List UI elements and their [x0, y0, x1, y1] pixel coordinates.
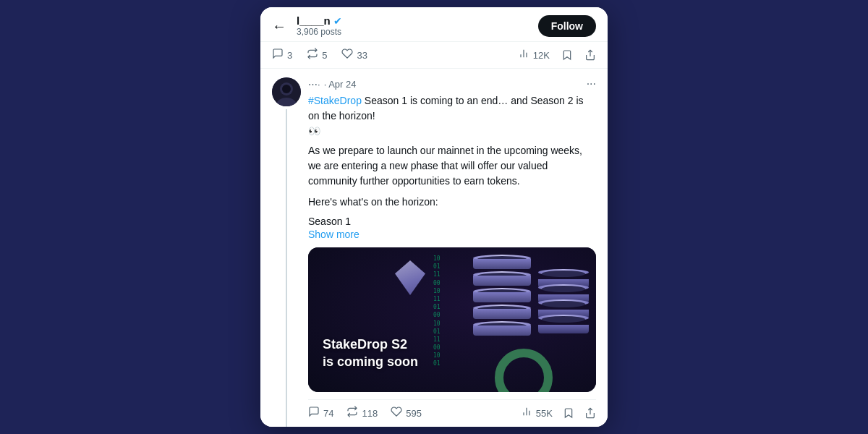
retweet-number-bottom: 118: [362, 408, 378, 419]
comment-icon-top: [272, 48, 284, 62]
like-number-top: 33: [357, 50, 367, 61]
header-info: l____n ✔ 3,906 posts: [297, 14, 538, 37]
retweet-count-top[interactable]: 5: [307, 48, 327, 62]
verified-icon: ✔: [333, 15, 342, 27]
tweet-image: 1001110010110100100111001001 StakeDrop S…: [308, 247, 596, 392]
tweet-content: ⋯· · Apr 24 ··· #StakeDrop Season 1 is c…: [308, 77, 596, 427]
views-number-bottom: 55K: [536, 408, 553, 419]
retweet-icon-bottom: [346, 406, 358, 420]
timeline-line: [286, 109, 287, 427]
share-top[interactable]: [584, 49, 596, 61]
avatar: [272, 77, 301, 106]
cy2-disk-2: [538, 284, 589, 299]
bottom-engagement-bar: 74 118 595: [308, 399, 596, 427]
tweet-date: · Apr 24: [324, 79, 357, 90]
chart-icon-bottom: [521, 406, 532, 420]
tweet-more-button[interactable]: ···: [587, 77, 596, 90]
comment-count-top[interactable]: 3: [272, 48, 292, 62]
hashtag[interactable]: #StakeDrop: [308, 95, 362, 106]
cy-disk-4: [473, 305, 531, 320]
header-name-row: l____n ✔: [297, 14, 538, 27]
retweet-count-bottom[interactable]: 118: [346, 406, 378, 420]
comment-count-bottom[interactable]: 74: [308, 406, 333, 420]
chart-icon-top: [518, 48, 529, 62]
like-icon-top: [341, 48, 353, 62]
cy-disk-2: [473, 271, 531, 287]
season-label: Season 1: [308, 216, 596, 227]
svg-point-7: [282, 85, 291, 93]
handle-dots: ⋯·: [308, 79, 320, 90]
show-more-link[interactable]: Show more: [308, 229, 596, 240]
image-text-line2: is coming soon: [323, 354, 418, 370]
bookmark-bottom[interactable]: [563, 407, 574, 419]
bookmark-top[interactable]: [561, 49, 573, 61]
cy-disk-1: [473, 255, 531, 271]
right-actions-bottom: 55K: [521, 406, 596, 420]
views-number-top: 12K: [533, 50, 550, 61]
shape-container: 1001110010110100100111001001: [308, 247, 596, 392]
avatar-column: [272, 77, 301, 427]
cy-disk-5: [473, 321, 531, 337]
like-count-bottom[interactable]: 595: [391, 406, 422, 420]
cy-disk-3: [473, 288, 531, 304]
follow-button[interactable]: Follow: [538, 15, 596, 37]
retweet-number-top: 5: [322, 50, 327, 61]
views-top[interactable]: 12K: [518, 48, 550, 62]
post-count: 3,906 posts: [297, 27, 538, 37]
comment-number-top: 3: [287, 50, 292, 61]
cy2-disk-4: [538, 315, 589, 329]
tweet-emoji: 👀: [308, 125, 320, 137]
image-text-line1: StakeDrop S2: [323, 336, 418, 353]
phone-container: ← l____n ✔ 3,906 posts Follow 3 5: [260, 7, 608, 427]
tweet-horizon: Here's what's on the horizon:: [308, 195, 596, 210]
back-button[interactable]: ←: [272, 19, 286, 33]
like-icon-bottom: [391, 406, 402, 420]
tweet-meta: ⋯· · Apr 24 ···: [308, 77, 596, 90]
cy2-disk-1: [538, 269, 589, 284]
image-text-overlay: StakeDrop S2 is coming soon: [323, 336, 418, 370]
username: l____n: [297, 14, 331, 27]
comment-icon-bottom: [308, 406, 320, 420]
profile-header: ← l____n ✔ 3,906 posts Follow: [260, 7, 608, 42]
right-actions-top: 12K: [518, 48, 596, 62]
retweet-icon-top: [307, 48, 318, 62]
like-number-bottom: 595: [406, 408, 422, 419]
views-bottom[interactable]: 55K: [521, 406, 553, 420]
tweet-body: As we prepare to launch our mainnet in t…: [308, 143, 596, 189]
comment-number-bottom: 74: [323, 408, 333, 419]
share-bottom[interactable]: [584, 407, 596, 419]
tweet-card: ⋯· · Apr 24 ··· #StakeDrop Season 1 is c…: [260, 69, 608, 427]
tweet-text-main: #StakeDrop Season 1 is coming to an end……: [308, 93, 596, 139]
tweet-meta-left: ⋯· · Apr 24: [308, 79, 356, 90]
eth-icon: [395, 260, 425, 295]
top-engagement-bar: 3 5 33 12K: [260, 42, 608, 69]
cy2-disk-3: [538, 299, 589, 314]
like-count-top[interactable]: 33: [341, 48, 367, 62]
matrix-lines: 1001110010110100100111001001: [433, 255, 462, 370]
